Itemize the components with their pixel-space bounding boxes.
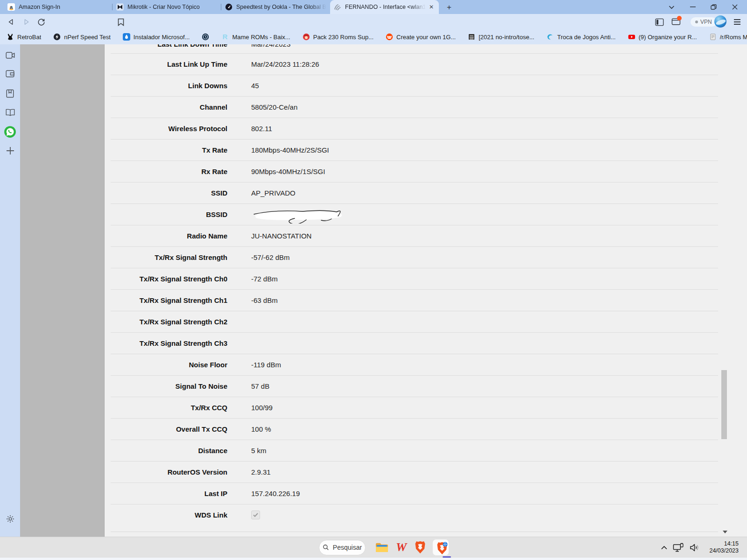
bookmark-item[interactable]: /r/Roms Megathread: [709, 33, 747, 41]
vpn-label: VPN: [700, 19, 712, 25]
row-label: Overall Tx CCQ: [111, 425, 227, 433]
row-value: 5805/20-Ce/an: [251, 103, 297, 111]
tab-close-icon[interactable]: ✕: [428, 3, 435, 11]
minimize-button[interactable]: [682, 0, 703, 14]
row-value: 90Mbps-40MHz/1S/SGI: [251, 168, 325, 175]
row-label: Rx Rate: [111, 168, 227, 175]
row-label: Last Link Up Time: [111, 60, 227, 68]
wallet-icon[interactable]: [0, 66, 20, 82]
screen-bottom-strip: [0, 558, 747, 560]
bookmark-item[interactable]: Create your own 1G...: [386, 33, 456, 41]
bookmark-item[interactable]: R Mame ROMs - Baix...: [221, 33, 290, 41]
table-row: Wireless Protocol 802.11: [111, 118, 718, 139]
bookmark-flag-icon[interactable]: [114, 15, 127, 28]
wallet-notification-dot: [677, 16, 682, 21]
add-panel-icon[interactable]: [0, 143, 20, 159]
tab-title: FERNANDO - Interface <wlan1> a: [345, 4, 426, 10]
back-button[interactable]: [5, 15, 18, 28]
file-explorer-icon[interactable]: [375, 542, 388, 553]
row-value: 100/99: [251, 404, 273, 412]
reload-button[interactable]: [35, 15, 48, 28]
row-label: BSSID: [111, 210, 227, 218]
wds-link-checkbox[interactable]: [251, 511, 260, 519]
redaction-scribble: [251, 208, 347, 224]
table-row: Channel 5805/20-Ce/an: [111, 96, 718, 118]
whatsapp-icon[interactable]: [0, 124, 20, 140]
tab-title: Amazon Sign-In: [19, 4, 109, 10]
taskbar-clock[interactable]: 14:15 24/03/2023: [705, 540, 739, 554]
row-label: Last Link Down Time: [111, 44, 227, 48]
tab-3[interactable]: Speedtest by Ookla - The Global Broa ✕: [221, 0, 330, 14]
row-label: Tx/Rx Signal Strength Ch0: [111, 275, 227, 283]
brave-active-window-icon[interactable]: [432, 539, 449, 556]
table-row: Noise Floor -119 dBm: [111, 354, 718, 375]
archive-bookmark-icon: [468, 33, 475, 41]
table-row: Tx/Rx Signal Strength Ch3: [111, 332, 718, 354]
bookmark-item[interactable]: Instalador Microsof...: [123, 33, 190, 41]
bookmarks-bar: RetroBat nPerf Speed Test Instalador Mic…: [0, 29, 747, 44]
installer-bookmark-icon: [123, 33, 130, 41]
row-label: Link Downs: [111, 82, 227, 90]
row-label: SSID: [111, 189, 227, 197]
document-bookmark-icon: [709, 33, 717, 41]
bookmarks-book-icon[interactable]: [0, 85, 20, 101]
tab-1[interactable]: a Amazon Sign-In ✕: [4, 0, 113, 14]
bookmark-item[interactable]: (9) Organize your R...: [628, 33, 697, 41]
table-row: SSID AP_PRIVADO: [111, 182, 718, 203]
table-row: Tx/Rx Signal Strength Ch2: [111, 311, 718, 332]
menu-icon[interactable]: [731, 16, 743, 28]
row-value: 802.11: [251, 125, 272, 133]
row-label: Tx/Rx Signal Strength Ch2: [111, 318, 227, 326]
row-label: Channel: [111, 103, 227, 111]
sidebar-panel-icon[interactable]: [653, 16, 665, 28]
bookmark-item[interactable]: [2021 no-intro/tose...: [468, 33, 534, 41]
brave-wallet-icon[interactable]: [670, 16, 682, 28]
svg-text:a: a: [10, 4, 13, 10]
table-row: Tx Rate 180Mbps-40MHz/2S/SGI: [111, 139, 718, 161]
clock-bookmark-icon: [202, 33, 209, 41]
tab-4[interactable]: FERNANDO - Interface <wlan1> a ✕: [330, 0, 439, 14]
restore-button[interactable]: [703, 0, 724, 14]
forward-button[interactable]: [20, 15, 33, 28]
close-window-button[interactable]: [724, 0, 745, 14]
tray-chevron-up-icon[interactable]: [661, 545, 668, 550]
bookmark-item[interactable]: Troca de Jogos Anti...: [546, 33, 615, 41]
row-value: AP_PRIVADO: [251, 189, 296, 197]
desktop: { "browser": { "tabs": [ {"title": "Amaz…: [0, 0, 747, 560]
brave-browser-icon[interactable]: [415, 541, 426, 554]
volume-icon[interactable]: [690, 543, 700, 552]
bookmark-item[interactable]: Pack 230 Roms Sup...: [303, 33, 374, 41]
reading-list-icon[interactable]: [0, 105, 20, 120]
start-button[interactable]: [299, 542, 310, 553]
new-tab-button[interactable]: +: [444, 2, 455, 13]
table-row: Tx/Rx CCQ 100/99: [111, 397, 718, 418]
vertical-scrollbar-thumb[interactable]: [721, 370, 727, 439]
row-value: -57/-62 dBm: [251, 253, 290, 261]
vpn-button[interactable]: VPN: [691, 17, 717, 27]
wps-office-icon[interactable]: W: [396, 541, 407, 553]
clock-time: 14:15: [705, 540, 739, 547]
scrollbar-down-arrow[interactable]: [723, 531, 727, 533]
profile-avatar[interactable]: [714, 15, 726, 28]
bookmark-item[interactable]: RetroBat: [7, 33, 41, 41]
interface-stats-table: Last Link Down Time Mar/24/2023 Last Lin…: [111, 44, 718, 525]
bookmark-item[interactable]: nPerf Speed Test: [53, 33, 111, 41]
windows-taskbar: Pesquisar W 14:15 24/03/2023: [0, 537, 747, 560]
table-row: Radio Name JU-NANOSTATION: [111, 225, 718, 246]
bookmark-item[interactable]: [202, 33, 209, 41]
taskbar-search[interactable]: Pesquisar: [319, 540, 366, 555]
brave-talk-camera-icon[interactable]: [0, 47, 20, 63]
network-icon[interactable]: [673, 543, 684, 553]
browser-viewport: Last Link Down Time Mar/24/2023 Last Lin…: [0, 44, 747, 537]
table-row: Distance 5 km: [111, 440, 718, 461]
bookmark-label: Instalador Microsof...: [134, 34, 190, 41]
row-value: -63 dBm: [251, 296, 278, 304]
bookmark-label: Mame ROMs - Baix...: [232, 34, 290, 41]
row-label: Wireless Protocol: [111, 125, 227, 133]
row-label: Tx Rate: [111, 146, 227, 154]
sidebar-settings-gear-icon[interactable]: [0, 511, 20, 527]
svg-text:R: R: [223, 33, 228, 41]
row-value: 100 %: [251, 425, 271, 433]
window-chevron-button[interactable]: [661, 0, 682, 14]
tab-2[interactable]: Mikrotik - Criar Novo Tópico ✕: [113, 0, 221, 14]
